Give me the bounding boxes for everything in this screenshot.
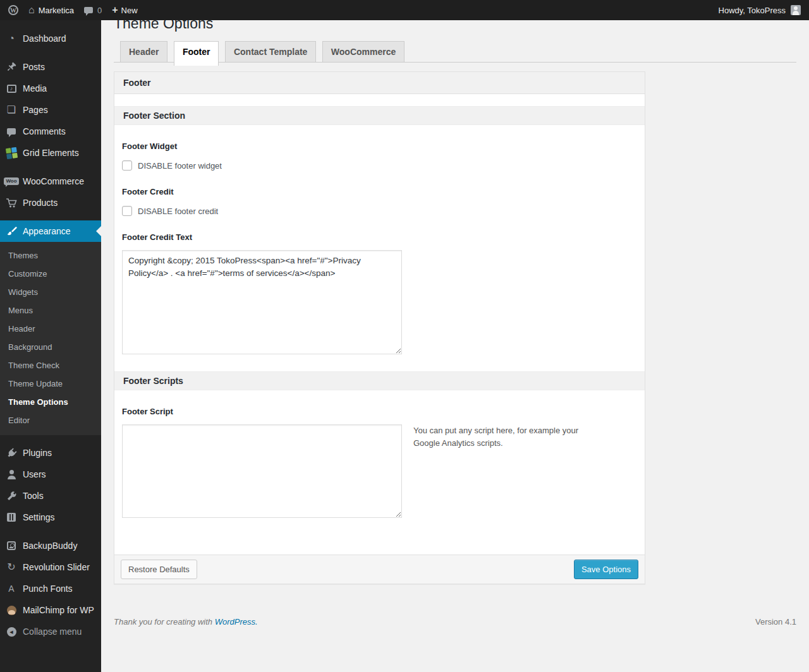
submenu-item-themes[interactable]: Themes: [0, 246, 101, 265]
sidebar-item-products[interactable]: Products: [0, 192, 101, 213]
footer-widget-label: Footer Widget: [122, 141, 636, 151]
admin-sidebar: ◔ Dashboard Posts ♪ Media ❏ Pages Commen…: [0, 20, 101, 672]
footer-script-label: Footer Script: [122, 407, 636, 416]
panel-gap: [114, 94, 645, 106]
tab-woocommerce[interactable]: WooCommerce: [322, 41, 404, 62]
footer-widget-row: DISABLE footer widget: [122, 160, 636, 171]
submenu-item-theme-options[interactable]: Theme Options: [0, 393, 101, 411]
restore-defaults-button[interactable]: Restore Defaults: [121, 560, 197, 579]
panel-header: Footer: [114, 72, 645, 94]
backup-drive-icon: [5, 539, 18, 552]
footer-thanks-text: Thank you for creating with: [114, 617, 212, 627]
footer-widget-checkbox[interactable]: [122, 160, 132, 171]
sidebar-item-label: Tools: [23, 491, 44, 501]
wordpress-menu[interactable]: W: [8, 0, 18, 20]
footer-thanks: Thank you for creating with WordPress.: [114, 617, 258, 627]
sidebar-item-label: Pages: [23, 105, 48, 115]
footer-credit-checkbox-label: DISABLE footer credit: [138, 207, 218, 216]
sidebar-item-backupbuddy[interactable]: BackupBuddy: [0, 535, 101, 556]
sidebar-item-media[interactable]: ♪ Media: [0, 78, 101, 99]
sidebar-item-comments[interactable]: Comments: [0, 121, 101, 142]
tab-contact-template[interactable]: Contact Template: [225, 41, 316, 62]
sidebar-item-appearance[interactable]: Appearance: [0, 220, 101, 242]
sidebar-item-dashboard[interactable]: ◔ Dashboard: [0, 28, 101, 49]
tab-header[interactable]: Header: [120, 41, 167, 62]
user-icon: [5, 468, 18, 481]
footer-credit-label: Footer Credit: [122, 187, 636, 196]
sidebar-item-revolution-slider[interactable]: ↻ Revolution Slider: [0, 556, 101, 578]
plus-icon: +: [112, 5, 118, 15]
menu-separator: [0, 528, 101, 535]
submenu-item-theme-update[interactable]: Theme Update: [0, 375, 101, 393]
media-icon: ♪: [5, 82, 18, 95]
submenu-item-editor[interactable]: Editor: [0, 411, 101, 429]
section-bar-footer-scripts: Footer Scripts: [114, 371, 645, 390]
footer-credit-row: DISABLE footer credit: [122, 206, 636, 216]
howdy-text: Howdy, TokoPress: [719, 6, 786, 15]
version-text: Version 4.1: [755, 617, 796, 627]
submenu-item-header[interactable]: Header: [0, 320, 101, 338]
footer-credit-checkbox[interactable]: [122, 206, 132, 216]
sidebar-item-label: Comments: [23, 126, 66, 136]
dashboard-icon: ◔: [5, 32, 18, 45]
new-label: New: [121, 6, 138, 15]
footer-script-description: You can put any script here, for example…: [413, 424, 606, 450]
submenu-item-background[interactable]: Background: [0, 338, 101, 356]
sidebar-item-label: Revolution Slider: [23, 562, 90, 572]
sidebar-item-label: Media: [23, 83, 47, 93]
sidebar-item-label: Appearance: [23, 226, 71, 236]
sidebar-item-label: Users: [23, 469, 46, 479]
sidebar-item-label: Plugins: [23, 448, 52, 458]
wordpress-logo-icon: W: [8, 5, 18, 15]
submenu-item-theme-check[interactable]: Theme Check: [0, 356, 101, 375]
monkey-icon: [5, 604, 18, 616]
options-panel: Footer Footer Section Footer Widget DISA…: [114, 71, 645, 584]
sidebar-item-tools[interactable]: Tools: [0, 485, 101, 507]
admin-bar: W ⌂ Marketica 0 + New Howdy, TokoPress: [0, 0, 809, 20]
sidebar-item-label: Products: [23, 198, 58, 208]
sidebar-item-label: Punch Fonts: [23, 584, 73, 594]
collapse-arrow-icon: ◀: [5, 625, 18, 638]
wordpress-link[interactable]: WordPress.: [215, 617, 258, 627]
sidebar-item-label: WooCommerce: [23, 176, 84, 186]
menu-separator: [0, 435, 101, 442]
sidebar-item-punch-fonts[interactable]: A Punch Fonts: [0, 578, 101, 599]
sidebar-item-pages[interactable]: ❏ Pages: [0, 99, 101, 121]
sidebar-item-grid-elements[interactable]: Grid Elements: [0, 142, 101, 164]
submenu-item-menus[interactable]: Menus: [0, 301, 101, 320]
sidebar-item-collapse-menu[interactable]: ◀ Collapse menu: [0, 621, 101, 642]
footer-script-row: You can put any script here, for example…: [122, 424, 636, 518]
paintbrush-icon: [5, 225, 18, 237]
wrench-icon: [5, 489, 18, 502]
woocommerce-badge-icon: Woo: [5, 175, 18, 188]
tab-bar: Header Footer Contact Template WooCommer…: [114, 41, 796, 63]
pages-icon: ❏: [5, 104, 18, 116]
footer-scripts-body: Footer Script You can put any script her…: [114, 407, 645, 555]
sidebar-item-woocommerce[interactable]: Woo WooCommerce: [0, 171, 101, 192]
sidebar-item-mailchimp[interactable]: MailChimp for WP: [0, 599, 101, 621]
sidebar-item-posts[interactable]: Posts: [0, 56, 101, 78]
footer-credit-text-input[interactable]: Copyright &copy; 2015 TokoPress<span><a …: [122, 250, 402, 354]
comments-shortcut[interactable]: 0: [84, 0, 102, 20]
sliders-icon: [5, 511, 18, 524]
tab-footer[interactable]: Footer: [174, 41, 219, 66]
save-options-button[interactable]: Save Options: [574, 560, 638, 579]
sidebar-item-label: Collapse menu: [23, 627, 82, 637]
footer-section-body: Footer Widget DISABLE footer widget Foot…: [114, 141, 645, 371]
main-content: Theme Options Header Footer Contact Temp…: [101, 0, 809, 627]
comments-count: 0: [97, 6, 102, 15]
submenu-item-widgets[interactable]: Widgets: [0, 283, 101, 301]
sidebar-item-plugins[interactable]: Plugins: [0, 442, 101, 464]
site-link[interactable]: ⌂ Marketica: [28, 0, 74, 20]
sidebar-item-settings[interactable]: Settings: [0, 507, 101, 528]
letter-a-icon: A: [5, 582, 18, 595]
section-bar-footer-section: Footer Section: [114, 106, 645, 125]
account-menu[interactable]: Howdy, TokoPress: [719, 5, 801, 15]
admin-footer: Thank you for creating with WordPress. V…: [114, 617, 796, 627]
submenu-item-customize[interactable]: Customize: [0, 265, 101, 283]
pushpin-icon: [5, 61, 18, 73]
user-avatar: [791, 5, 801, 15]
footer-script-input[interactable]: [122, 424, 402, 518]
sidebar-item-users[interactable]: Users: [0, 464, 101, 485]
new-content-menu[interactable]: + New: [112, 0, 137, 20]
